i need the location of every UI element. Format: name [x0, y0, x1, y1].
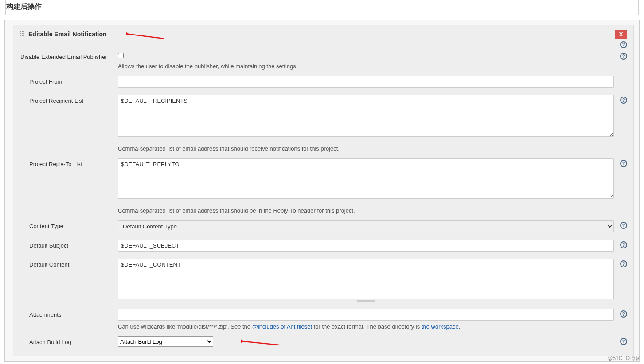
- disable-publisher-label: Disable Extended Email Publisher: [20, 51, 118, 60]
- attachments-hint-pre: Can use wildcards like 'module/dist/**/*…: [118, 323, 252, 330]
- replyto-list-textarea[interactable]: $DEFAULT_REPLYTO: [118, 158, 614, 199]
- help-icon[interactable]: ?: [620, 260, 627, 267]
- resize-handle-icon[interactable]: [357, 137, 375, 140]
- attach-build-log-select[interactable]: Attach Build Log: [118, 336, 213, 347]
- drag-handle-icon[interactable]: [20, 31, 25, 37]
- default-content-label: Default Content: [20, 259, 118, 268]
- resize-handle-icon[interactable]: [357, 300, 375, 302]
- content-type-select[interactable]: Default Content Type: [118, 220, 614, 232]
- help-icon[interactable]: ?: [620, 310, 627, 318]
- default-content-textarea[interactable]: $DEFAULT_CONTENT: [118, 259, 614, 299]
- replyto-list-hint: Comma-separated list of email address th…: [118, 207, 614, 214]
- attach-build-log-label: Attach Build Log: [20, 336, 118, 345]
- help-icon[interactable]: ?: [620, 41, 627, 48]
- resize-handle-icon[interactable]: [357, 199, 375, 202]
- publisher-title: Editable Email Notification: [28, 31, 107, 38]
- replyto-list-label: Project Reply-To List: [20, 158, 118, 167]
- attachments-hint-mid: for the exact format. The base directory…: [312, 323, 422, 330]
- watermark: @51CTO博客: [607, 355, 640, 362]
- content-type-label: Content Type: [20, 220, 118, 229]
- help-icon[interactable]: ?: [620, 338, 627, 345]
- help-icon[interactable]: ?: [620, 97, 627, 104]
- workspace-link[interactable]: the workspace: [422, 323, 459, 330]
- disable-publisher-checkbox[interactable]: [118, 53, 124, 58]
- default-subject-label: Default Subject: [20, 240, 118, 249]
- ant-fileset-link[interactable]: @includes of Ant fileset: [252, 323, 312, 330]
- disable-publisher-hint: Allows the user to disable the publisher…: [118, 63, 614, 70]
- post-build-actions-panel: Editable Email Notification X: [4, 20, 640, 362]
- help-icon[interactable]: ?: [620, 241, 627, 248]
- attachments-label: Attachments: [20, 309, 118, 318]
- recipient-list-textarea[interactable]: $DEFAULT_RECIPIENTS: [118, 95, 614, 137]
- default-subject-input[interactable]: [118, 240, 614, 252]
- recipient-list-hint: Comma-separated list of email address th…: [118, 145, 614, 152]
- project-from-label: Project From: [20, 76, 118, 85]
- attachments-hint-post: .: [459, 323, 461, 330]
- attachments-input[interactable]: [118, 309, 614, 321]
- section-header-post-build: 构建后操作: [5, 0, 639, 15]
- help-icon[interactable]: ?: [620, 222, 627, 229]
- help-icon[interactable]: ?: [620, 160, 627, 167]
- help-icon[interactable]: ?: [620, 53, 627, 60]
- delete-publisher-button[interactable]: X: [615, 30, 627, 39]
- project-from-input[interactable]: [118, 76, 614, 88]
- svg-line-0: [129, 34, 164, 39]
- editable-email-notification-block: Editable Email Notification X: [13, 25, 634, 356]
- attachments-hint: Can use wildcards like 'module/dist/**/*…: [118, 323, 614, 330]
- recipient-list-label: Project Recipient List: [20, 95, 118, 104]
